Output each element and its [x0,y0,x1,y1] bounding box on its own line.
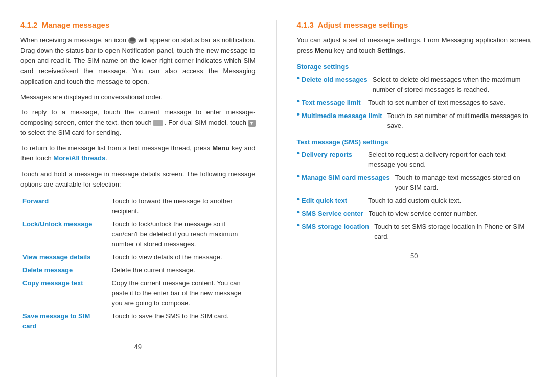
bullet-desc: Touch to set SMS storage location in Pho… [369,222,532,242]
bullet-dot: • [297,149,300,158]
table-row: Save message to SIM cardTouch to save th… [20,310,256,333]
right-section-heading: 4.1.3 Adjust message settings [297,20,532,29]
table-row: View message detailsTouch to view detail… [20,250,256,264]
desc-cell: Copy the current message content. You ca… [110,276,256,310]
sms-heading: Text message (SMS) settings [297,138,532,146]
term-cell: Copy message text [20,276,110,310]
bullet-dot: • [297,97,300,106]
bullet-desc: Select to request a delivery report for … [363,150,532,170]
list-item: • Manage SIM card messages Touch to mana… [297,173,532,193]
desc-cell: Touch to save the SMS to the SIM card. [110,310,256,333]
intro-para5: Touch and hold a message in message deta… [20,169,256,190]
intro-para2: Messages are displayed in conversational… [20,92,256,102]
bullet-desc: Touch to manage text messages stored on … [390,173,532,193]
desc-cell: Delete the current message. [110,264,256,277]
intro-para4: To return to the message list from a tex… [20,143,256,164]
desc-cell: Touch to view details of the message. [110,250,256,264]
list-item: • SMS Service center Touch to view servi… [297,209,532,219]
bullet-term: Multimedia message limit [302,111,382,121]
bullet-desc: Touch to view service center number. [363,209,532,219]
bullet-desc: Touch to add custom quick text. [363,196,532,206]
list-item: • Delete old messages Select to delete o… [297,75,532,95]
intro-para3: To reply to a message, touch the current… [20,107,256,138]
term-cell: Forward [20,195,110,218]
bullet-desc: Select to delete old messages when the m… [367,75,532,95]
bullet-dot: • [297,74,300,83]
left-page: 4.1.2 Manage messages When receiving a m… [0,15,276,382]
list-item: • Text message limit Touch to set number… [297,98,532,108]
left-section-heading: 4.1.2 Manage messages [20,20,256,29]
table-row: Copy message textCopy the current messag… [20,276,256,310]
table-row: ForwardTouch to forward the message to a… [20,195,256,218]
list-item: • SMS storage location Touch to set SMS … [297,222,532,242]
storage-items: • Delete old messages Select to delete o… [297,75,532,131]
bullet-dot: • [297,110,300,119]
term-cell: View message details [20,250,110,264]
right-page: 4.1.3 Adjust message settings You can ad… [277,15,553,382]
table-row: Lock/Unlock messageTouch to lock/unlock … [20,218,256,251]
bullet-desc: Touch to set number of multimedia messag… [382,111,532,131]
bullet-term: Text message limit [302,98,363,108]
bullet-desc: Touch to set number of text messages to … [363,98,532,108]
bullet-dot: • [297,221,300,230]
bullet-dot: • [297,207,300,217]
term-cell: Lock/Unlock message [20,218,110,251]
list-item: • Delivery reports Select to request a d… [297,150,532,170]
bullet-term: Delivery reports [302,150,363,160]
bullet-term: Manage SIM card messages [302,173,390,183]
term-cell: Delete message [20,264,110,277]
bullet-term: Edit quick text [302,196,363,206]
bullet-term: Delete old messages [302,75,367,85]
bullet-term: SMS storage location [302,222,369,232]
term-cell: Save message to SIM card [20,310,110,333]
sms-items: • Delivery reports Select to request a d… [297,150,532,242]
bullet-term: SMS Service center [302,209,363,219]
desc-cell: Touch to lock/unlock the message so it c… [110,218,256,251]
options-table: ForwardTouch to forward the message to a… [20,195,256,333]
storage-heading: Storage settings [297,63,532,71]
right-page-number: 50 [297,252,532,260]
list-item: • Multimedia message limit Touch to set … [297,111,532,131]
intro-para1: When receiving a message, an icon will a… [20,35,256,87]
left-page-number: 49 [20,343,256,351]
bullet-dot: • [297,172,300,181]
list-item: • Edit quick text Touch to add custom qu… [297,196,532,206]
bullet-dot: • [297,195,300,204]
table-row: Delete messageDelete the current message… [20,264,256,277]
desc-cell: Touch to forward the message to another … [110,195,256,218]
right-intro: You can adjust a set of message settings… [297,35,532,56]
